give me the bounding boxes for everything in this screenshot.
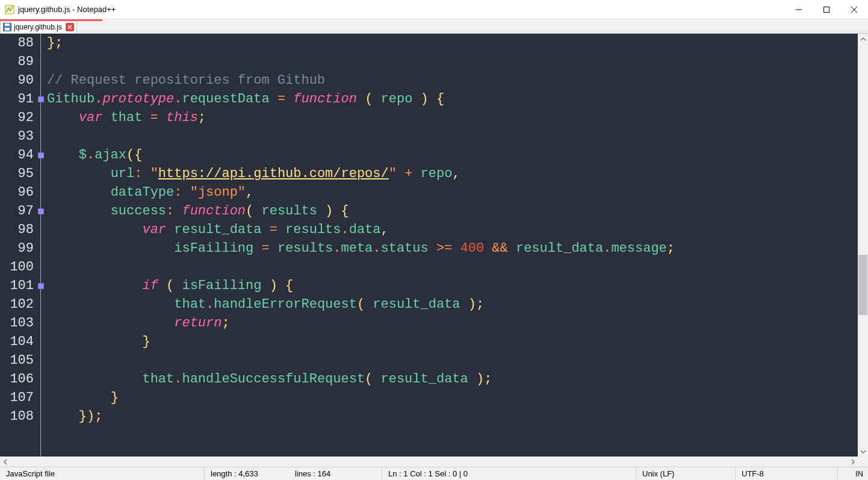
line-number-gutter: 88 89 90 91 92 93 94 95 96 97 98 99 100 … [0,34,37,457]
file-tab[interactable]: jquery.github.js [0,20,77,33]
scrollbar-track[interactable] [858,44,868,446]
hscrollbar-track[interactable] [10,457,848,467]
window-title: jquery.github.js - Notepad++ [18,5,116,14]
tab-close-button[interactable] [66,23,74,31]
status-mode: IN [838,467,868,480]
svg-rect-4 [5,23,10,26]
status-length: length : 4,633 [205,467,289,480]
scroll-up-arrow-icon[interactable] [858,34,868,44]
editor: 88 89 90 91 92 93 94 95 96 97 98 99 100 … [0,34,868,467]
scroll-right-arrow-icon[interactable] [848,457,858,467]
vertical-scrollbar[interactable] [858,34,868,457]
svg-rect-2 [824,7,829,12]
scrollbar-thumb[interactable] [858,255,867,315]
svg-rect-5 [5,28,10,31]
fold-toggle[interactable] [38,96,44,102]
tab-filename: jquery.github.js [14,23,62,31]
tab-strip: jquery.github.js [0,19,868,34]
horizontal-scrollbar[interactable] [0,457,868,467]
status-bar: JavaScript file length : 4,633 lines : 1… [0,467,868,480]
status-eol: Unix (LF) [636,467,736,480]
fold-toggle[interactable] [38,208,44,214]
code-area[interactable]: }; // Request repositories from Github G… [46,34,858,457]
status-position: Ln : 1 Col : 1 Sel : 0 | 0 [382,467,636,480]
maximize-button[interactable] [813,0,840,19]
fold-toggle[interactable] [38,152,44,158]
save-icon [3,23,11,31]
window-titlebar: jquery.github.js - Notepad++ [0,0,868,19]
status-filetype: JavaScript file [0,467,205,480]
status-lines: lines : 164 [289,467,382,480]
minimize-button[interactable] [785,0,813,19]
status-encoding: UTF-8 [736,467,838,480]
scroll-left-arrow-icon[interactable] [0,457,10,467]
svg-rect-1 [11,6,13,8]
scroll-down-arrow-icon[interactable] [858,446,868,457]
close-button[interactable] [840,0,868,19]
fold-toggle[interactable] [38,283,44,289]
scrollbar-corner [858,457,868,467]
app-icon [5,5,14,14]
fold-column[interactable] [37,34,46,457]
